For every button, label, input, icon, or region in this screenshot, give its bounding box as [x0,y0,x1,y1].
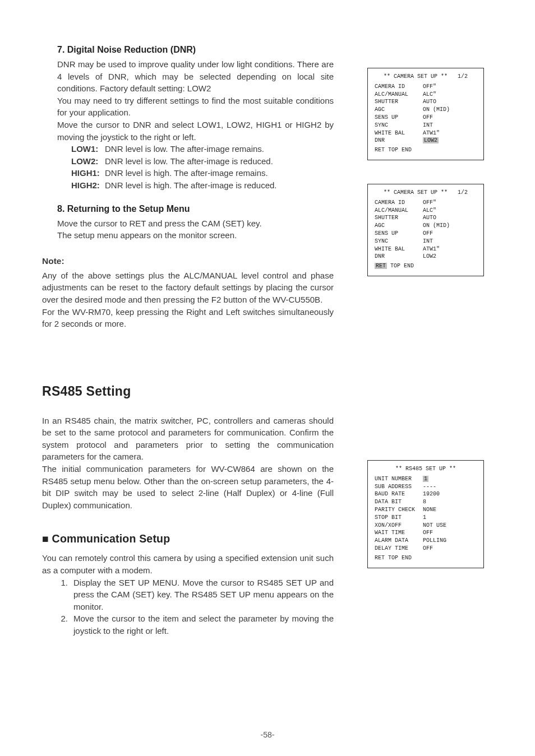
dnr-row: LOW2: DNR level is low. The after-image … [71,155,334,168]
row-label: SHUTTER [375,98,418,106]
dnr-row: HIGH2: DNR level is high. The after-imag… [71,179,334,192]
row-value: NONE [418,506,477,514]
row-value: LOW2 [418,137,477,145]
row-value: ALC" [418,207,477,215]
screen-row: DELAY TIME OFF [375,545,477,553]
row-label: DELAY TIME [375,545,418,553]
highlighted-value: LOW2 [423,137,439,143]
screen-row: STOP BIT 1 [375,514,477,522]
section-7-title: Digital Noise Reduction (DNR) [67,45,196,54]
dnr-label: HIGH1: [71,167,105,179]
screen-row: ALARM DATA POLLING [375,537,477,545]
row-value: OFF" [418,199,477,207]
screen-row: UNIT NUMBER 1 [375,475,477,483]
row-label: AGC [375,222,418,230]
section-8-p2: The setup menu appears on the monitor sc… [57,229,334,242]
row-value: 19200 [418,490,477,498]
left-column: 7. Digital Noise Reduction (DNR) DNR may… [42,45,334,637]
row-value: 8 [418,498,477,506]
row-label: AGC [375,106,418,114]
row-value: OFF" [418,83,477,91]
camera-setup-screen-2: ** CAMERA SET UP ** 1/2 CAMERA ID OFF"AL… [367,184,484,276]
section-8-title: Returning to the Setup Menu [67,204,190,214]
section-7-heading: 7. Digital Noise Reduction (DNR) [57,45,334,55]
row-value: ATW1" [418,245,477,253]
row-value: OFF [418,529,477,537]
comm-steps-list: 1. Display the SET UP MENU. Move the cur… [57,577,334,637]
footer-text: RET TOP END [375,262,414,270]
row-value: LOW2 [418,253,477,261]
screen-row: WAIT TIME OFF [375,529,477,537]
screen-row: BAUD RATE 19200 [375,490,477,498]
row-label: DNR [375,253,418,261]
dnr-label: LOW1: [71,143,105,155]
step-1-text: Display the SET UP MENU. Move the cursor… [73,577,334,613]
row-label: BAUD RATE [375,490,418,498]
row-label: UNIT NUMBER [375,475,418,483]
row-label: ALC/MANUAL [375,207,418,215]
section-7-number: 7. [57,45,64,54]
section-8-number: 8. [57,204,64,214]
rs485-heading: RS485 Setting [42,384,334,399]
section-7-p1: DNR may be used to improve quality under… [57,58,334,95]
screen-row: CAMERA ID OFF" [375,83,477,91]
camera-setup-screen-1: ** CAMERA SET UP ** 1/2 CAMERA ID OFF"AL… [367,68,484,160]
rs485-intro-p2: The initial communication parameters for… [42,463,334,511]
screen-row: SENS UP OFF [375,114,477,122]
page: 7. Digital Noise Reduction (DNR) DNR may… [0,0,535,756]
row-label: CAMERA ID [375,199,418,207]
footer-text: RET TOP END [375,554,412,562]
screen-row: AGC ON (MID) [375,222,477,230]
row-label: ALC/MANUAL [375,91,418,99]
row-value: OFF [418,114,477,122]
step-2-text: Move the cursor to the item and select t… [73,613,334,637]
row-value: ON (MID) [418,222,477,230]
row-label: SUB ADDRESS [375,483,418,491]
row-value: ---- [418,483,477,491]
dnr-desc: DNR level is high. The after-image remai… [105,167,268,179]
page-number: -58- [0,730,535,739]
screen-row: CAMERA ID OFF" [375,199,477,207]
rs485-intro-p1: In an RS485 chain, the matrix switcher, … [42,415,334,463]
row-value: NOT USE [418,522,477,530]
screen-title: ** CAMERA SET UP ** 1/2 [375,73,477,81]
highlighted-value: 1 [423,476,428,482]
dnr-desc: DNR level is high. The after-image is re… [105,179,277,192]
screen-row: SUB ADDRESS ---- [375,483,477,491]
section-7-p2: You may need to try different settings t… [57,95,334,119]
footer-rest: TOP END [387,263,414,269]
row-label: CAMERA ID [375,83,418,91]
row-label: PARITY CHECK [375,506,418,514]
screen-row: DATA BIT 8 [375,498,477,506]
row-value: INT [418,238,477,245]
dnr-desc: DNR level is low. The after-image remain… [105,143,264,155]
list-item: 1. Display the SET UP MENU. Move the cur… [57,577,334,613]
row-value: ALC" [418,91,477,99]
screen-footer: RET TOP END [375,554,477,562]
screen-row: ALC/MANUAL ALC" [375,207,477,215]
row-value: AUTO [418,98,477,106]
row-value: AUTO [418,214,477,222]
comm-setup-heading: ■ Communication Setup [42,532,334,545]
screen-rows: UNIT NUMBER 1SUB ADDRESS ----BAUD RATE 1… [375,475,477,553]
screen-row: SHUTTER AUTO [375,214,477,222]
screen-row: WHITE BAL ATW1" [375,129,477,137]
rs485-setup-screen: ** RS485 SET UP ** UNIT NUMBER 1SUB ADDR… [367,460,484,568]
step-number: 2. [57,613,73,637]
row-label: DATA BIT [375,498,418,506]
dnr-level-list: LOW1: DNR level is low. The after-image … [71,143,334,191]
row-label: DNR [375,137,418,145]
row-value: OFF [418,545,477,553]
screen-row: SENS UP OFF [375,230,477,238]
screen-row: SHUTTER AUTO [375,98,477,106]
row-label: SHUTTER [375,214,418,222]
row-label: WAIT TIME [375,529,418,537]
dnr-row: HIGH1: DNR level is high. The after-imag… [71,167,334,179]
screen-row: AGC ON (MID) [375,106,477,114]
side-column: ** CAMERA SET UP ** 1/2 CAMERA ID OFF"AL… [367,68,484,592]
dnr-row: LOW1: DNR level is low. The after-image … [71,143,334,155]
row-value: 1 [418,475,477,483]
screen-row: SYNC INT [375,122,477,129]
screen-footer: RET TOP END [375,262,477,270]
screen-row: SYNC INT [375,238,477,245]
